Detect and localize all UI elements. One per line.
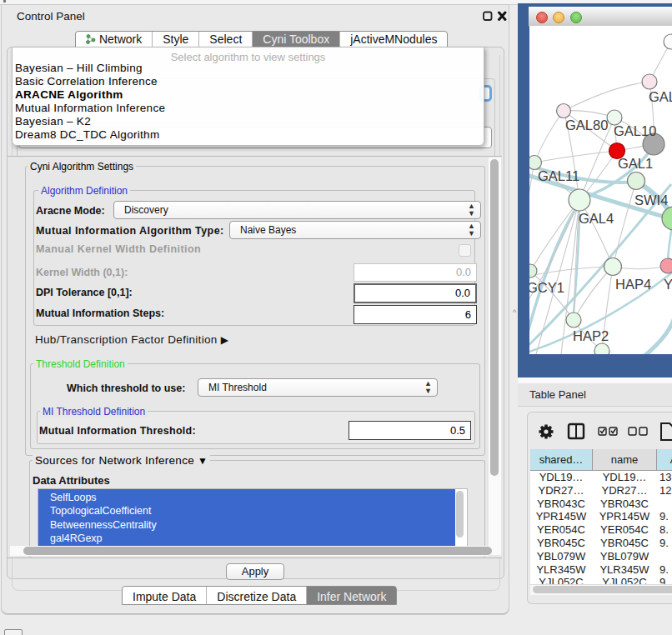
- svg-text:GAL10: GAL10: [614, 123, 656, 138]
- svg-text:GAL4: GAL4: [579, 211, 614, 226]
- svg-text:GAL11: GAL11: [538, 168, 579, 183]
- svg-text:GAL1: GAL1: [618, 156, 653, 171]
- svg-text:GAL: GAL: [649, 89, 672, 104]
- svg-text:SWI4: SWI4: [634, 192, 668, 208]
- svg-text:Y: Y: [664, 277, 672, 292]
- svg-text:GCY1: GCY1: [529, 280, 564, 295]
- svg-text:HAP4: HAP4: [615, 277, 651, 292]
- svg-text:GAL80: GAL80: [565, 118, 608, 132]
- svg-text:HAP2: HAP2: [573, 328, 609, 343]
